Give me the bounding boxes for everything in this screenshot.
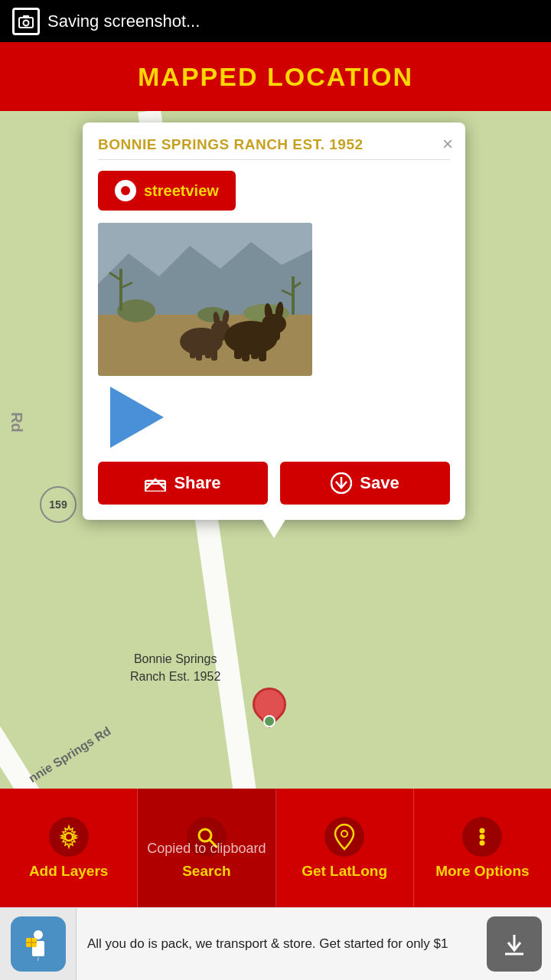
svg-rect-14 (205, 341, 211, 358)
location-popup: BONNIE SPRINGS RANCH EST. 1952 × streetv… (83, 122, 465, 520)
gear-icon (49, 817, 89, 857)
streetview-button[interactable]: streetview (98, 171, 236, 211)
diagonal-road (0, 596, 49, 815)
marker-label: Bonnie SpringsRanch Est. 1952 (130, 651, 220, 685)
share-label: Share (174, 473, 220, 493)
bottom-navigation: Add Layers Search Copied to clipboard Ge… (0, 789, 551, 907)
more-options-label: More Options (435, 863, 529, 880)
nav-search[interactable]: Search Copied to clipboard (138, 789, 276, 907)
svg-point-42 (480, 828, 485, 833)
svg-point-6 (117, 299, 155, 322)
road-label: Rd (8, 412, 25, 433)
add-layers-label: Add Layers (29, 863, 108, 880)
svg-rect-15 (196, 345, 202, 361)
svg-rect-23 (251, 338, 259, 359)
nav-add-layers[interactable]: Add Layers (0, 789, 138, 907)
status-bar: Saving screenshot... (0, 0, 551, 42)
status-text: Saving screenshot... (47, 11, 200, 31)
nav-get-latlong[interactable]: Get LatLong (276, 789, 414, 907)
svg-text:i: i (37, 956, 39, 962)
save-button[interactable]: Save (280, 462, 450, 505)
svg-rect-24 (242, 341, 249, 361)
popup-location-title: BONNIE SPRINGS RANCH EST. 1952 (98, 136, 450, 160)
ad-download-button[interactable] (487, 916, 542, 972)
location-photo (98, 223, 312, 376)
map-view[interactable]: 159 Rd nnie Springs Rd BONNIE SPRINGS RA… (0, 111, 551, 861)
svg-line-40 (210, 840, 217, 847)
menu-icon (462, 817, 502, 857)
ad-logo-inner: i (11, 916, 66, 972)
svg-point-43 (480, 834, 485, 839)
eye-inner (121, 186, 130, 195)
page-title: MAPPED LOCATION (138, 62, 413, 92)
svg-rect-27 (268, 321, 280, 341)
eye-icon (115, 180, 136, 201)
svg-point-1 (24, 20, 29, 25)
camera-icon (12, 8, 40, 35)
ad-text: All you do is pack, we transport & store… (77, 927, 487, 961)
play-button[interactable] (110, 387, 164, 448)
search-label: Search (182, 863, 230, 880)
action-buttons: Share Save (98, 462, 450, 505)
svg-point-44 (480, 840, 485, 845)
svg-rect-16 (211, 345, 217, 361)
close-popup-button[interactable]: × (442, 133, 453, 155)
map-marker[interactable] (253, 688, 286, 727)
svg-rect-25 (259, 341, 266, 361)
pin-icon (324, 817, 364, 857)
ad-banner: i All you do is pack, we transport & sto… (0, 907, 551, 980)
road-number: 159 (49, 498, 67, 511)
popup-pointer (262, 518, 286, 538)
nav-more-options[interactable]: More Options (414, 789, 551, 907)
share-button[interactable]: Share (98, 462, 268, 505)
road-name-label: nnie Springs Rd (27, 724, 114, 786)
svg-rect-13 (190, 341, 196, 358)
streetview-label: streetview (144, 182, 219, 200)
get-latlong-label: Get LatLong (302, 863, 387, 880)
save-label: Save (360, 473, 399, 493)
svg-rect-22 (234, 338, 242, 359)
road-number-badge: 159 (40, 486, 77, 523)
svg-rect-2 (23, 15, 29, 18)
search-icon (187, 817, 227, 857)
marker-dot (263, 715, 276, 727)
app-header: MAPPED LOCATION (0, 42, 551, 111)
svg-point-38 (65, 833, 73, 841)
svg-point-41 (341, 831, 347, 837)
ad-logo: i (0, 908, 77, 981)
